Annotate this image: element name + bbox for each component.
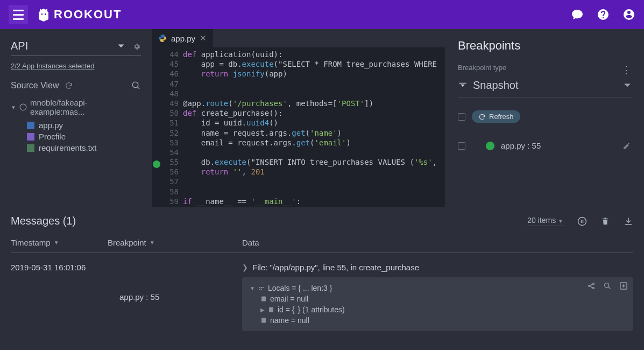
expand-icon[interactable] bbox=[472, 142, 479, 150]
add-panel-icon[interactable] bbox=[619, 282, 628, 290]
bp-type-selector[interactable]: Snapshot bbox=[458, 79, 631, 97]
pause-icon[interactable] bbox=[577, 216, 587, 226]
app-selector[interactable]: API bbox=[11, 37, 141, 56]
tab-filename: app.py bbox=[171, 34, 195, 43]
gear-icon[interactable] bbox=[132, 42, 141, 51]
tab-close-icon[interactable]: ✕ bbox=[200, 33, 207, 43]
bp-status-icon bbox=[486, 142, 494, 150]
local-var[interactable]: ▶ id = {} (1 attributes) bbox=[250, 304, 626, 315]
expand-icon bbox=[108, 293, 115, 301]
file-tree-item[interactable]: requirements.txt bbox=[11, 142, 141, 153]
col-breakpoint[interactable]: Breakpoint ▼ bbox=[108, 238, 242, 247]
bp-type-value: Snapshot bbox=[473, 79, 519, 92]
msg-timestamp: 2019-05-31 16:01:06 bbox=[11, 263, 108, 331]
search-icon[interactable] bbox=[131, 81, 141, 90]
file-icon bbox=[27, 133, 34, 141]
left-sidebar: API 2/2 App Instances selected Source Vi… bbox=[0, 29, 152, 207]
brand-logo: ROOKOUT bbox=[38, 8, 122, 22]
svg-point-5 bbox=[589, 285, 590, 287]
instances-link[interactable]: 2/2 App Instances selected bbox=[11, 62, 94, 70]
top-bar: ROOKOUT bbox=[0, 0, 644, 29]
python-icon bbox=[158, 34, 167, 43]
file-tree-item[interactable]: Procfile bbox=[11, 131, 141, 142]
select-all-checkbox[interactable] bbox=[458, 113, 465, 121]
chat-icon[interactable] bbox=[571, 8, 584, 21]
help-icon[interactable] bbox=[597, 8, 610, 21]
svg-point-7 bbox=[593, 288, 595, 289]
svg-point-0 bbox=[132, 82, 138, 88]
svg-point-2 bbox=[578, 217, 586, 225]
file-name: Procfile bbox=[39, 132, 66, 141]
repo-name: mnoble/fakeapi-example:mas... bbox=[30, 98, 141, 116]
message-row: 2019-05-31 16:01:06 app.py : 55 ❯ File: … bbox=[0, 255, 644, 339]
file-name: requirements.txt bbox=[39, 143, 97, 152]
trash-icon[interactable] bbox=[601, 216, 610, 226]
object-icon bbox=[258, 285, 265, 291]
var-icon bbox=[268, 306, 274, 313]
menu-button[interactable] bbox=[9, 5, 28, 24]
file-name: app.py bbox=[39, 121, 63, 130]
rook-icon bbox=[38, 8, 49, 22]
breakpoint-row[interactable]: app.py : 55 bbox=[458, 136, 631, 156]
brand-text: ROOKOUT bbox=[54, 8, 122, 22]
download-icon[interactable] bbox=[624, 216, 633, 226]
svg-point-1 bbox=[20, 104, 26, 110]
source-view-title: Source View bbox=[11, 81, 59, 90]
col-data: Data bbox=[242, 238, 633, 247]
bp-type-label: Breakpoint type bbox=[458, 64, 506, 72]
items-count-select[interactable]: 20 items ▼ bbox=[527, 216, 563, 226]
refresh-icon bbox=[478, 113, 486, 121]
share-icon[interactable] bbox=[587, 282, 596, 290]
search-locals-icon[interactable] bbox=[603, 282, 612, 290]
breakpoints-panel: Breakpoints Breakpoint type ⋮ Snapshot R… bbox=[445, 29, 644, 207]
editor-tab[interactable]: app.py ✕ bbox=[152, 29, 214, 47]
file-line[interactable]: ❯ File: "/app/app.py", line 55, in creat… bbox=[242, 263, 633, 272]
file-tree-item[interactable]: app.py bbox=[11, 120, 141, 131]
breakpoints-title: Breakpoints bbox=[458, 39, 631, 53]
edit-icon[interactable] bbox=[622, 142, 631, 150]
var-icon bbox=[260, 296, 267, 302]
file-icon bbox=[27, 122, 34, 129]
github-icon bbox=[19, 103, 27, 111]
refresh-sources-icon[interactable] bbox=[65, 81, 73, 90]
messages-title: Messages (1) bbox=[11, 215, 76, 227]
col-timestamp[interactable]: Timestamp ▼ bbox=[11, 238, 108, 247]
svg-rect-11 bbox=[269, 307, 273, 312]
repo-row[interactable]: ▼ mnoble/fakeapi-example:mas... bbox=[11, 98, 141, 116]
locals-header[interactable]: ▼ Locals = { ... len:3 } bbox=[250, 283, 626, 293]
local-var[interactable]: email = null bbox=[250, 293, 626, 304]
svg-rect-10 bbox=[261, 297, 266, 302]
chevron-down-icon bbox=[117, 43, 125, 50]
refresh-button[interactable]: Refresh bbox=[472, 110, 520, 123]
chevron-down-icon bbox=[624, 82, 631, 89]
svg-point-8 bbox=[605, 283, 609, 288]
account-icon[interactable] bbox=[622, 8, 635, 21]
svg-point-6 bbox=[593, 283, 595, 285]
bp-checkbox[interactable] bbox=[458, 142, 465, 150]
bp-location: app.py : 55 bbox=[501, 141, 541, 150]
svg-rect-12 bbox=[261, 318, 266, 323]
bp-menu-icon[interactable]: ⋮ bbox=[621, 65, 631, 75]
snapshot-icon bbox=[458, 81, 468, 90]
messages-panel: Messages (1) 20 items ▼ Timestamp ▼ Brea… bbox=[0, 207, 644, 339]
var-icon bbox=[260, 317, 267, 324]
code-editor: app.py ✕ 4445464748495051525354555657585… bbox=[152, 29, 445, 207]
svg-rect-4 bbox=[583, 220, 584, 223]
file-icon bbox=[27, 144, 34, 152]
svg-rect-3 bbox=[581, 220, 582, 223]
locals-block: ▼ Locals = { ... len:3 } email = null▶ i… bbox=[242, 277, 633, 331]
app-selector-label: API bbox=[11, 40, 113, 52]
local-var[interactable]: name = null bbox=[250, 315, 626, 326]
msg-breakpoint: app.py : 55 bbox=[108, 263, 242, 331]
